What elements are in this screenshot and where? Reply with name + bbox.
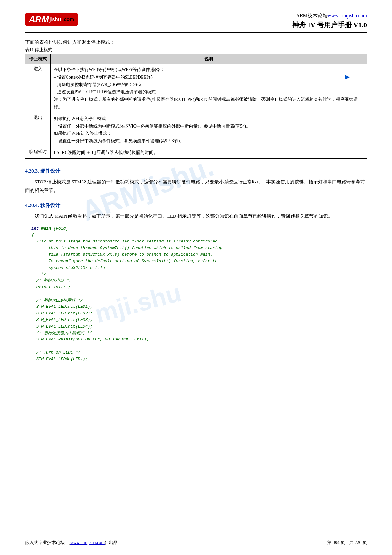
page-header: ARM jishu .com ARM技术论坛www.armjishu.com 神… xyxy=(25,13,367,33)
code-led1-on: STM_EVAL_LEDOn(LED1); xyxy=(31,356,367,363)
code-comment-2: this is done through SystemInit() functi… xyxy=(31,245,367,252)
mode-enter: 进入 xyxy=(25,64,51,113)
hardware-heading: 4.20.3. 硬件设计 xyxy=(25,168,367,175)
main-content: 下面的表格说明如何进入和退出停止模式： 表11 停止模式 ▶ 停止模式 说明 进… xyxy=(25,39,367,363)
table-row: 退出 如果执行WFI进入停止模式： 设置任一外部中断线为中断模式(在NVIC中必… xyxy=(25,113,367,147)
col-header-mode: 停止模式 xyxy=(25,54,51,64)
intro-text: 下面的表格说明如何进入和退出停止模式： xyxy=(25,39,367,45)
desc-enter: 在以下条件下执行WFI(等待中断)或WFE(等待事件)指令： – 设置Corte… xyxy=(51,64,367,113)
code-btn-init: STM_EVAL_PBInit(BUTTON_KEY, BUTTON_MODE_… xyxy=(31,336,367,343)
header-title: 神舟 IV 号用户手册 V1.0 xyxy=(292,20,367,30)
arrow-marker: ▶ xyxy=(345,73,350,80)
code-comment-led: /* 初始化LED指示灯 */ xyxy=(31,297,367,304)
code-comment-6: */ xyxy=(31,271,367,278)
code-comment-4: To reconfigure the default setting of Sy… xyxy=(31,258,367,265)
header-url-link[interactable]: www.armjishu.com xyxy=(328,13,367,18)
code-printf-init: Printf_Init(); xyxy=(31,284,367,291)
table-caption: 表11 停止模式 xyxy=(25,47,367,53)
code-comment-1: /*!< At this stage the microcontroller c… xyxy=(31,238,367,245)
header-url-label: ARM技术论坛 xyxy=(296,13,327,18)
code-led3-init: STM_EVAL_LEDInit(LED3); xyxy=(31,317,367,324)
table-container: ▶ 停止模式 说明 进入 在以下条件下执行WFI(等待中断)或WFE(等待事件)… xyxy=(25,54,367,159)
logo-com-text: .com xyxy=(62,17,74,22)
code-led1-init: STM_EVAL_LEDInit(LED1); xyxy=(31,304,367,310)
footer-right: 第 304 页，共 726 页 xyxy=(327,540,367,546)
table-row: 进入 在以下条件下执行WFI(等待中断)或WFE(等待事件)指令： – 设置Co… xyxy=(25,64,367,113)
code-comment-3: file (startup_stm32f10x_xx.s) before to … xyxy=(31,252,367,258)
footer-left-suffix: ）出品 xyxy=(105,540,118,545)
footer-left-text: 嵌入式专业技术论坛 （ xyxy=(25,540,70,545)
code-led4-init: STM_EVAL_LEDInit(LED4); xyxy=(31,324,367,330)
code-block: int main (void) { /*!< At this stage the… xyxy=(31,226,367,363)
software-para: 我们先从 MAIN 函数看起，如下所示，第一部分是初始化串口、LED 指示灯等等… xyxy=(25,212,367,220)
header-right: ARM技术论坛www.armjishu.com 神舟 IV 号用户手册 V1.0 xyxy=(292,13,367,30)
footer-left: 嵌入式专业技术论坛 （www.armjishu.com）出品 xyxy=(25,540,118,546)
mode-wakeup: 唤醒延时 xyxy=(25,147,51,158)
code-brace-open: { xyxy=(31,232,367,239)
logo-arm-text: ARM xyxy=(29,14,49,24)
logo-box: ARM jishu .com xyxy=(25,13,78,26)
logo-area: ARM jishu .com xyxy=(25,13,78,26)
desc-wakeup: HSI RC唤醒时间 ＋ 电压调节器从低功耗唤醒的时间。 xyxy=(51,147,367,158)
code-comment-btn: /* 初始化按键为中断模式 */ xyxy=(31,330,367,337)
page: ARMjishu. mji.shu ARM jishu .com ARM技术论坛… xyxy=(0,0,392,555)
code-blank-2 xyxy=(31,343,367,350)
logo-jishu-text: jishu xyxy=(50,16,61,23)
mode-exit: 退出 xyxy=(25,113,51,147)
code-comment-led1on: /* Turn on LED1 */ xyxy=(31,350,367,356)
code-blank-1 xyxy=(31,291,367,297)
code-declaration: int main (void) xyxy=(31,226,367,232)
hardware-para: STOP 停止模式是 STM32 处理器的一种低功耗模式，这部分不需要特殊硬件电… xyxy=(25,178,367,195)
code-led2-init: STM_EVAL_LEDInit(LED2); xyxy=(31,310,367,317)
desc-exit: 如果执行WFI进入停止模式： 设置任一外部中断线为中断模式(在NVIC中必须使能… xyxy=(51,113,367,147)
code-comment-5: system_stm32f10x.c file xyxy=(31,265,367,271)
stop-mode-table: 停止模式 说明 进入 在以下条件下执行WFI(等待中断)或WFE(等待事件)指令… xyxy=(25,54,367,159)
page-footer: 嵌入式专业技术论坛 （www.armjishu.com）出品 第 304 页，共… xyxy=(25,537,367,546)
header-url: ARM技术论坛www.armjishu.com xyxy=(292,13,367,19)
code-comment-serial: /* 初始化串口 */ xyxy=(31,278,367,284)
software-heading: 4.20.4. 软件设计 xyxy=(25,202,367,209)
table-row: 唤醒延时 HSI RC唤醒时间 ＋ 电压调节器从低功耗唤醒的时间。 xyxy=(25,147,367,158)
footer-left-link[interactable]: www.armjishu.com xyxy=(70,540,105,545)
col-header-desc: 说明 xyxy=(51,54,367,64)
